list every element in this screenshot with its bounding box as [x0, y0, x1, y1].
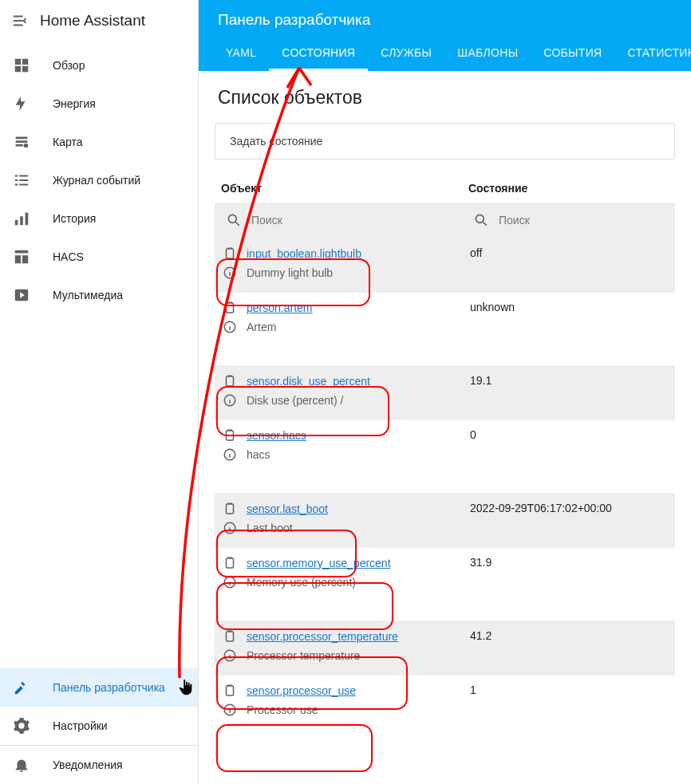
state-cell: off [462, 238, 675, 292]
state-cell: unknown [462, 293, 675, 346]
table-header: Объект Состояние [215, 174, 675, 203]
nav-settings[interactable]: Настройки [0, 707, 198, 745]
object-cell: sensor.memory_use_percent Memory use (pe… [215, 548, 462, 601]
row-gap [215, 601, 675, 621]
nav-notifications[interactable]: Уведомления [0, 746, 198, 784]
nav-hacs[interactable]: HACS [0, 238, 198, 276]
info-icon[interactable] [223, 575, 237, 589]
hacs-icon [13, 248, 30, 266]
search-state-input[interactable] [499, 214, 658, 227]
table-row: sensor.memory_use_percent Memory use (pe… [215, 547, 675, 601]
info-icon[interactable] [223, 320, 237, 334]
svg-rect-10 [22, 255, 28, 263]
info-icon[interactable] [223, 648, 237, 663]
svg-rect-2 [15, 66, 21, 72]
row-gap [215, 474, 675, 493]
object-cell: sensor.processor_use Processor use [215, 676, 462, 729]
clipboard-icon[interactable] [223, 301, 237, 315]
sidebar-header: Home Assistant [0, 0, 198, 41]
svg-rect-9 [15, 255, 21, 263]
svg-point-12 [228, 215, 236, 223]
table-row: sensor.processor_use Processor use 1 [215, 675, 675, 729]
entity-link[interactable]: sensor.disk_use_percent [247, 375, 370, 388]
tab-templates[interactable]: ШАБЛОНЫ [444, 38, 531, 71]
col-state: Состояние [462, 174, 675, 203]
nav-label: История [53, 212, 96, 225]
nav-dev-tools[interactable]: Панель разработчика [0, 668, 198, 707]
sidebar-bottom: Уведомления [0, 745, 198, 784]
tab-events[interactable]: СОБЫТИЯ [531, 38, 614, 71]
state-cell: 1 [462, 676, 675, 729]
search-state-cell [462, 203, 675, 238]
object-cell: person.artem Artem [215, 293, 462, 346]
state-cell: 2022-09-29T06:17:02+00:00 [462, 494, 675, 547]
table-row: input_boolean.lightbulb Dummy light bulb… [215, 238, 675, 292]
bell-icon [13, 756, 30, 774]
entity-link[interactable]: person.artem [247, 301, 312, 314]
state-cell: 41.2 [462, 621, 675, 675]
nav-label: Уведомления [53, 758, 123, 771]
svg-rect-1 [22, 59, 28, 65]
menu-collapse-icon[interactable] [11, 12, 29, 30]
entity-link[interactable]: sensor.hacs [247, 429, 306, 442]
clipboard-icon[interactable] [223, 684, 237, 698]
clipboard-icon[interactable] [223, 556, 237, 570]
nav-energy[interactable]: Энергия [0, 85, 198, 123]
svg-point-4 [24, 144, 29, 148]
entity-friendly-name: Dummy light bulb [247, 266, 333, 279]
entity-link[interactable]: sensor.processor_temperature [247, 630, 398, 643]
nav-map[interactable]: Карта [0, 123, 198, 161]
pointer-cursor-icon [177, 678, 195, 697]
clipboard-icon[interactable] [223, 502, 237, 516]
nav-label: HACS [53, 250, 84, 263]
nav-overview[interactable]: Обзор [0, 46, 198, 85]
tab-states[interactable]: СОСТОЯНИЯ [269, 38, 368, 71]
info-icon[interactable] [223, 521, 237, 535]
info-icon[interactable] [223, 447, 237, 462]
info-icon[interactable] [223, 703, 237, 717]
object-cell: input_boolean.lightbulb Dummy light bulb [215, 238, 462, 292]
tab-services[interactable]: СЛУЖБЫ [368, 38, 444, 71]
nav-label: Панель разработчика [53, 681, 165, 694]
nav-history[interactable]: История [0, 199, 198, 238]
clipboard-icon[interactable] [223, 428, 237, 443]
table-row: sensor.hacs hacs 0 [215, 420, 675, 474]
entity-friendly-name: Disk use (percent) / [247, 394, 343, 407]
svg-rect-18 [227, 376, 234, 386]
svg-rect-22 [227, 504, 234, 514]
info-icon[interactable] [223, 393, 237, 408]
entity-link[interactable]: sensor.last_boot [247, 502, 328, 515]
sidebar-secondary: Панель разработчика Настройки [0, 668, 198, 745]
col-object: Объект [215, 174, 462, 203]
section-title: Список объектов [215, 87, 675, 108]
info-icon[interactable] [223, 266, 237, 280]
nav-label: Энергия [53, 97, 96, 110]
object-cell: sensor.disk_use_percent Disk use (percen… [215, 366, 462, 420]
nav-logbook[interactable]: Журнал событий [0, 161, 198, 199]
entity-friendly-name: Processor use [247, 703, 318, 716]
tab-yaml[interactable]: YAML [213, 38, 269, 71]
logbook-icon [13, 171, 30, 189]
clipboard-icon[interactable] [223, 629, 237, 644]
svg-rect-20 [227, 431, 234, 440]
table-row: sensor.disk_use_percent Disk use (percen… [215, 365, 675, 420]
entity-link[interactable]: sensor.memory_use_percent [247, 557, 391, 569]
svg-rect-16 [227, 303, 234, 313]
search-icon [226, 212, 242, 228]
entity-friendly-name: Last boot [247, 522, 293, 534]
nav-media[interactable]: Мультимедиа [0, 276, 198, 314]
clipboard-icon[interactable] [223, 246, 237, 261]
search-object-input[interactable] [251, 214, 411, 227]
object-cell: sensor.hacs hacs [215, 420, 462, 474]
page-title: Панель разработчика [199, 0, 691, 38]
nav-label: Карта [53, 136, 82, 148]
search-object-cell [215, 203, 462, 238]
tab-statistics[interactable]: СТАТИСТИКА [614, 38, 691, 71]
entity-link[interactable]: sensor.processor_use [247, 684, 356, 697]
set-state-panel[interactable]: Задать состояние [215, 123, 675, 160]
bolt-icon [13, 95, 30, 112]
entity-link[interactable]: input_boolean.lightbulb [247, 247, 361, 260]
tabs: YAML СОСТОЯНИЯ СЛУЖБЫ ШАБЛОНЫ СОБЫТИЯ СТ… [199, 38, 691, 71]
clipboard-icon[interactable] [223, 374, 237, 388]
main: Панель разработчика YAML СОСТОЯНИЯ СЛУЖБ… [199, 0, 691, 784]
